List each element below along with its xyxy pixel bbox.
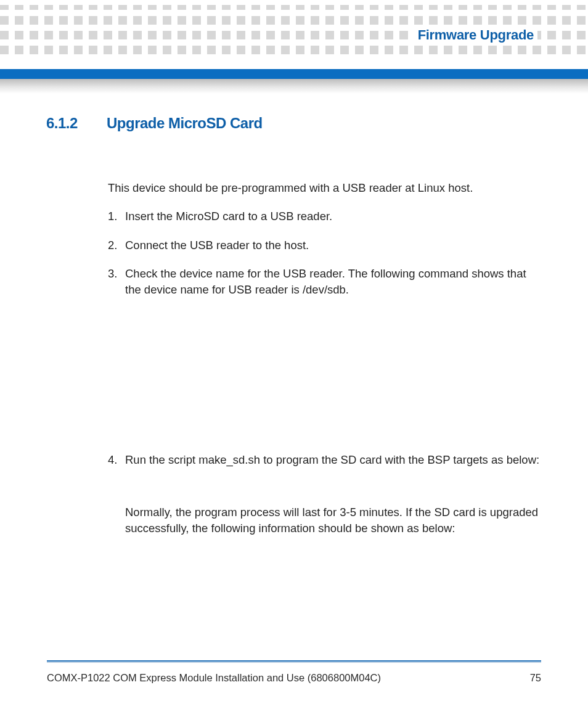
step-2: Connect the USB reader to the host. xyxy=(108,237,542,253)
section-heading: 6.1.2 Upgrade MicroSD Card xyxy=(46,115,542,132)
ordered-steps: Insert the MicroSD card to a USB reader.… xyxy=(108,208,542,536)
footer-page-number: 75 xyxy=(530,672,541,684)
step-1: Insert the MicroSD card to a USB reader. xyxy=(108,208,542,224)
step-4-followup: Normally, the program process will last … xyxy=(125,504,542,537)
step-4: Run the script make_sd.sh to program the… xyxy=(108,452,542,536)
intro-paragraph: This device should be pre-programmed wit… xyxy=(108,180,542,196)
step-2-text: Connect the USB reader to the host. xyxy=(125,239,309,252)
step-4-text: Run the script make_sd.sh to program the… xyxy=(125,453,539,466)
running-header-text: Firmware Upgrade xyxy=(418,27,534,43)
step-3-text: Check the device name for the USB reader… xyxy=(125,267,526,296)
content: 6.1.2 Upgrade MicroSD Card This device s… xyxy=(46,115,542,549)
header-blue-bar xyxy=(0,69,588,79)
section-number: 6.1.2 xyxy=(46,115,107,132)
footer-doc-title: COMX-P1022 COM Express Module Installati… xyxy=(47,672,381,684)
header-shadow xyxy=(0,79,588,94)
page: Firmware Upgrade 6.1.2 Upgrade MicroSD C… xyxy=(0,0,588,706)
footer: COMX-P1022 COM Express Module Installati… xyxy=(47,672,541,684)
step-3: Check the device name for the USB reader… xyxy=(108,266,542,440)
running-header: Firmware Upgrade xyxy=(414,27,537,46)
section-title: Upgrade MicroSD Card xyxy=(107,115,263,132)
footer-rule xyxy=(47,660,541,662)
step-1-text: Insert the MicroSD card to a USB reader. xyxy=(125,210,332,223)
footer-rule-shadow xyxy=(47,662,541,663)
section-body: This device should be pre-programmed wit… xyxy=(108,180,542,536)
code-output-placeholder xyxy=(125,298,542,440)
